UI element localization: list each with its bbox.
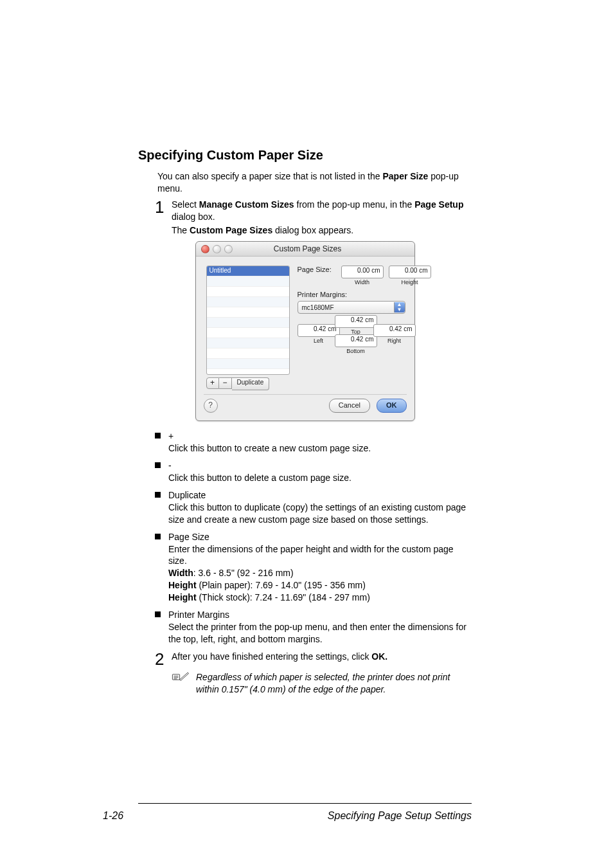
page-footer: 1-26 Specifying Page Setup Settings bbox=[103, 810, 472, 822]
size-list-row bbox=[207, 276, 289, 287]
step1-mid: from the pop-up menu, in the bbox=[294, 199, 415, 210]
page-number: 1-26 bbox=[103, 810, 123, 822]
ok-button[interactable]: OK bbox=[377, 399, 407, 413]
margin-bottom-sublabel: Bottom bbox=[346, 348, 365, 354]
step-2: 2 After you have finished entering the s… bbox=[155, 651, 472, 667]
bullet-icon bbox=[155, 433, 161, 439]
bullet-pagesize-term: Page Size bbox=[168, 531, 472, 543]
height-plain-label: Height bbox=[168, 580, 197, 590]
svg-marker-4 bbox=[180, 673, 189, 681]
dialog-screenshot: Custom Page Sizes Untitled bbox=[138, 241, 472, 421]
margin-bottom-input[interactable]: 0.42 cm bbox=[335, 334, 377, 347]
printer-select-value: mc1680MF bbox=[302, 304, 334, 311]
printer-select-popup[interactable]: mc1680MF ▲▼ bbox=[298, 301, 405, 314]
note: Regardless of which paper is selected, t… bbox=[172, 671, 472, 696]
intro-pre: You can also specify a paper size that i… bbox=[157, 171, 382, 181]
margin-top-input[interactable]: 0.42 cm bbox=[335, 315, 377, 328]
bullet-duplicate: Duplicate Click this button to duplicate… bbox=[155, 489, 472, 526]
page-width-sublabel: Width bbox=[355, 279, 369, 285]
size-list-row bbox=[207, 307, 289, 318]
margin-right-input[interactable]: 0.42 cm bbox=[373, 324, 416, 337]
remove-size-button[interactable]: − bbox=[219, 377, 232, 389]
size-list-row bbox=[207, 328, 289, 338]
bullet-minus: - Click this button to delete a custom p… bbox=[155, 460, 472, 484]
step-2-number: 2 bbox=[155, 651, 172, 667]
printer-margins-label: Printer Margins: bbox=[298, 291, 431, 298]
step-2-body: After you have finished entering the set… bbox=[172, 651, 472, 667]
window-traffic-lights bbox=[196, 245, 240, 253]
page-size-label: Page Size: bbox=[298, 266, 336, 273]
note-pencil-icon bbox=[172, 671, 190, 696]
bullet-margins-desc: Select the printer from the pop-up menu,… bbox=[168, 622, 466, 644]
close-icon[interactable] bbox=[201, 245, 209, 253]
width-text: : 3.6 - 8.5" (92 - 216 mm) bbox=[193, 568, 294, 578]
margin-left-input[interactable]: 0.42 cm bbox=[298, 324, 340, 337]
step-1: 1 Select Manage Custom Sizes from the po… bbox=[155, 199, 472, 223]
bullet-printer-margins: Printer Margins Select the printer from … bbox=[155, 609, 472, 646]
bullet-duplicate-desc: Click this button to duplicate (copy) th… bbox=[168, 502, 466, 525]
chevron-up-down-icon: ▲▼ bbox=[394, 302, 405, 312]
bullet-pagesize: Page Size Enter the dimensions of the pa… bbox=[155, 531, 472, 604]
margin-left-sublabel: Left bbox=[314, 338, 323, 344]
step-1-line2: The Custom Page Sizes dialog box appears… bbox=[172, 224, 472, 237]
bullet-plus: + Click this button to create a new cust… bbox=[155, 430, 472, 455]
page-height-input[interactable]: 0.00 cm bbox=[389, 266, 431, 278]
step1-line2-pre: The bbox=[172, 225, 190, 235]
bullet-icon bbox=[155, 534, 161, 539]
bullet-minus-desc: Click this button to delete a custom pag… bbox=[168, 473, 351, 483]
step1-strong1: Manage Custom Sizes bbox=[199, 199, 294, 210]
footer-rule bbox=[138, 803, 472, 804]
margin-right-sublabel: Right bbox=[387, 338, 401, 344]
footer-title: Specifying Page Setup Settings bbox=[328, 810, 472, 822]
dialog-title: Custom Page Sizes bbox=[240, 244, 414, 253]
height-plain-text: (Plain paper): 7.69 - 14.0" (195 - 356 m… bbox=[197, 580, 366, 590]
size-list-row bbox=[207, 348, 289, 359]
size-list-row bbox=[207, 297, 289, 307]
size-list-row bbox=[207, 359, 289, 369]
step1-line2-strong: Custom Page Sizes bbox=[190, 225, 272, 235]
page-height-sublabel: Height bbox=[401, 279, 418, 285]
step2-strong: OK. bbox=[371, 651, 387, 662]
bullet-margins-term: Printer Margins bbox=[168, 609, 472, 621]
help-button[interactable]: ? bbox=[204, 399, 218, 413]
zoom-icon[interactable] bbox=[224, 245, 233, 253]
width-label: Width bbox=[168, 568, 193, 578]
height-stock-text: (Thick stock): 7.24 - 11.69" (184 - 297 … bbox=[197, 592, 370, 602]
size-list-row bbox=[207, 338, 289, 348]
bullet-icon bbox=[155, 611, 161, 617]
size-list-row bbox=[207, 287, 289, 297]
duplicate-size-button[interactable]: Duplicate bbox=[232, 377, 270, 390]
bullet-pagesize-desc: Enter the dimensions of the paper height… bbox=[168, 544, 454, 566]
height-stock-label: Height bbox=[168, 592, 197, 602]
bullet-icon bbox=[155, 492, 161, 498]
note-text: Regardless of which paper is selected, t… bbox=[196, 671, 472, 696]
intro-strong: Paper Size bbox=[382, 171, 428, 181]
cancel-button[interactable]: Cancel bbox=[329, 399, 370, 413]
custom-page-sizes-dialog: Custom Page Sizes Untitled bbox=[195, 241, 415, 421]
size-list[interactable]: Untitled bbox=[206, 266, 290, 375]
step-1-body: Select Manage Custom Sizes from the pop-… bbox=[172, 199, 472, 223]
intro-paragraph: You can also specify a paper size that i… bbox=[157, 170, 472, 195]
bullet-icon bbox=[155, 462, 161, 468]
page-width-input[interactable]: 0.00 cm bbox=[341, 266, 384, 278]
add-size-button[interactable]: + bbox=[206, 377, 219, 389]
step1-post: dialog box. bbox=[172, 212, 215, 222]
section-heading: Specifying Custom Paper Size bbox=[138, 148, 472, 163]
bullet-plus-desc: Click this button to create a new custom… bbox=[168, 443, 371, 453]
bullet-minus-term: - bbox=[168, 460, 472, 472]
step1-pre: Select bbox=[172, 199, 199, 210]
size-list-row bbox=[207, 318, 289, 328]
minimize-icon[interactable] bbox=[213, 245, 221, 253]
size-list-item-selected[interactable]: Untitled bbox=[207, 266, 289, 276]
step1-strong2: Page Setup bbox=[414, 199, 463, 210]
bullet-duplicate-term: Duplicate bbox=[168, 489, 472, 502]
bullet-plus-term: + bbox=[168, 430, 472, 442]
step1-line2-post: dialog box appears. bbox=[272, 225, 353, 235]
step-1-number: 1 bbox=[155, 199, 172, 223]
step2-pre: After you have finished entering the set… bbox=[172, 651, 371, 662]
dialog-titlebar: Custom Page Sizes bbox=[196, 242, 414, 257]
